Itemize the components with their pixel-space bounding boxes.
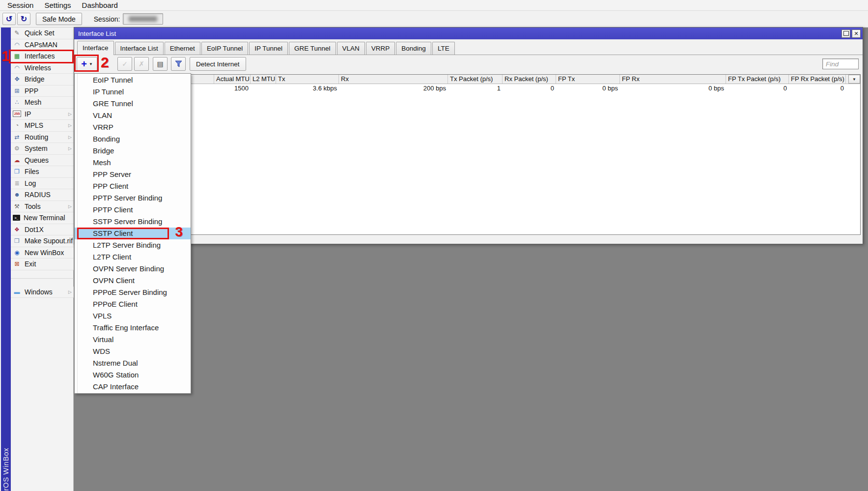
column-header-l2-mtu[interactable]: L2 MTU (251, 75, 276, 84)
sidebar-item-exit[interactable]: ⊠Exit (11, 259, 74, 270)
sidebar-item-windows[interactable]: ▬Windows▷ (11, 287, 74, 298)
menu-item-vrrp[interactable]: VRRP (75, 121, 191, 133)
sidebar-item-capsman[interactable]: ◠CAPsMAN (11, 39, 74, 51)
menu-item-wds[interactable]: WDS (75, 346, 191, 357)
tab-interface-list[interactable]: Interface List (115, 42, 164, 55)
undo-icon: ↺ (6, 14, 12, 24)
filter-button[interactable] (171, 57, 186, 71)
find-input[interactable] (822, 58, 859, 69)
menu-item-pptp-server-binding[interactable]: PPTP Server Binding (75, 192, 191, 204)
tab-interface[interactable]: Interface (77, 41, 114, 55)
tab-eoip-tunnel[interactable]: EoIP Tunnel (201, 42, 248, 55)
annotation-step-3: 3 (175, 226, 183, 238)
sidebar-item-tools[interactable]: ⚒Tools▷ (11, 201, 74, 213)
menu-item-bonding[interactable]: Bonding (75, 133, 191, 145)
menu-item-pppoe-client[interactable]: PPPoE Client (75, 298, 191, 310)
menu-item-w60g-station[interactable]: W60G Station (75, 369, 191, 381)
tab-vlan[interactable]: VLAN (337, 42, 365, 55)
window-titlebar[interactable]: Interface List ✕ (74, 28, 863, 39)
menu-item-vlan[interactable]: VLAN (75, 110, 191, 121)
column-select-button[interactable]: ▼ (848, 75, 860, 84)
menu-item-l2tp-server-binding[interactable]: L2TP Server Binding (75, 239, 191, 251)
sidebar-item-mesh[interactable]: ∴Mesh (11, 97, 74, 109)
menu-item-traffic-eng-interface[interactable]: Traffic Eng Interface (75, 322, 191, 334)
menu-item-eoip-tunnel[interactable]: EoIP Tunnel (75, 74, 191, 86)
session-value-redacted (129, 16, 157, 22)
menu-item-ppp-client[interactable]: PPP Client (75, 180, 191, 192)
menu-item-ovpn-client[interactable]: OVPN Client (75, 275, 191, 287)
safe-mode-button[interactable]: Safe Mode (36, 13, 82, 25)
sidebar-item-queues[interactable]: ☁Queues (11, 155, 74, 167)
sidebar-item-radius[interactable]: ☻RADIUS (11, 189, 74, 201)
menu-session[interactable]: Session (2, 1, 39, 9)
tab-bar: Interface Interface List Ethernet EoIP T… (74, 39, 863, 55)
menu-item-sstp-client[interactable]: SSTP Client 3 (75, 228, 191, 239)
sidebar-item-ip[interactable]: 255IP▷ (11, 109, 74, 120)
sidebar-item-quick-set[interactable]: ✎Quick Set (11, 28, 74, 39)
column-header-fp-tx[interactable]: FP Tx (556, 75, 620, 84)
tab-gre-tunnel[interactable]: GRE Tunnel (289, 42, 336, 55)
menu-item-ppp-server[interactable]: PPP Server (75, 169, 191, 180)
menu-item-ip-tunnel[interactable]: IP Tunnel (75, 86, 191, 98)
column-header-fp-tx-packet[interactable]: FP Tx Packet (p/s) (726, 75, 789, 84)
tab-ethernet[interactable]: Ethernet (165, 42, 200, 55)
sidebar-item-routing[interactable]: ⇄Routing▷ (11, 132, 74, 144)
enable-button[interactable]: ✓ (117, 57, 132, 71)
redo-icon: ↻ (21, 14, 27, 24)
sidebar-item-dot1x[interactable]: ❖Dot1X (11, 224, 74, 236)
sidebar-item-bridge[interactable]: ✥Bridge (11, 74, 74, 86)
sidebar-item-label: Bridge (25, 75, 44, 83)
table-row[interactable]: 1500 3.6 kbps 200 bps 1 0 0 bps 0 bps 0 … (77, 84, 860, 92)
column-header-rx[interactable]: Rx (339, 75, 448, 84)
menu-dashboard[interactable]: Dashboard (77, 1, 123, 9)
sidebar-item-new-winbox[interactable]: ◉New WinBox (11, 247, 74, 259)
submenu-caret-icon: ▷ (68, 146, 72, 151)
session-value-field[interactable] (123, 13, 163, 25)
menu-item-cap-interface[interactable]: CAP Interface (75, 381, 191, 393)
menu-item-ovpn-server-binding[interactable]: OVPN Server Binding (75, 263, 191, 275)
close-button[interactable]: ✕ (852, 29, 861, 38)
column-header-fp-rx[interactable]: FP Rx (620, 75, 726, 84)
tab-bonding[interactable]: Bonding (396, 42, 431, 55)
menu-item-mesh[interactable]: Mesh (75, 157, 191, 169)
tab-ip-tunnel[interactable]: IP Tunnel (249, 42, 288, 55)
detect-internet-button[interactable]: Detect Internet (190, 57, 246, 71)
menu-item-l2tp-client[interactable]: L2TP Client (75, 251, 191, 263)
sidebar-item-log[interactable]: ≣Log (11, 178, 74, 190)
sidebar-item-mpls[interactable]: ◔MPLS▷ (11, 120, 74, 132)
cell-fp-tx-packet: 0 (726, 84, 789, 92)
sidebar-item-label: Mesh (25, 98, 41, 106)
menu-item-virtual[interactable]: Virtual (75, 334, 191, 346)
column-header-tx-packet[interactable]: Tx Packet (p/s) (448, 75, 503, 84)
tab-vrrp[interactable]: VRRP (366, 42, 395, 55)
submenu-caret-icon: ▷ (68, 123, 72, 128)
annotation-box-2 (74, 55, 99, 72)
maximize-button[interactable] (841, 29, 850, 38)
disable-button[interactable]: ✗ (134, 57, 149, 71)
menu-item-vpls[interactable]: VPLS (75, 310, 191, 322)
session-label: Session: (94, 15, 120, 23)
sidebar-item-files[interactable]: ❐Files (11, 166, 74, 178)
column-header-tx[interactable]: Tx (276, 75, 339, 84)
sidebar-item-wireless[interactable]: ◠Wireless (11, 62, 74, 74)
sidebar-item-new-terminal[interactable]: >_New Terminal (11, 212, 74, 224)
sidebar-item-system[interactable]: ⚙System▷ (11, 143, 74, 155)
undo-button[interactable]: ↺ (2, 13, 16, 25)
menu-item-bridge[interactable]: Bridge (75, 145, 191, 157)
sidebar-item-make-supout[interactable]: ❒Make Supout.rif (11, 235, 74, 247)
menu-item-pptp-client[interactable]: PPTP Client (75, 204, 191, 216)
menu-settings[interactable]: Settings (39, 1, 76, 9)
column-header-fp-rx-packet[interactable]: FP Rx Packet (p/s) (789, 75, 846, 84)
redo-button[interactable]: ↻ (17, 13, 30, 25)
menu-item-nstreme-dual[interactable]: Nstreme Dual (75, 357, 191, 369)
sidebar-nav: ✎Quick Set ◠CAPsMAN ▦Interfaces ◠Wireles… (11, 28, 74, 298)
menu-item-pppoe-server-binding[interactable]: PPPoE Server Binding (75, 287, 191, 298)
menu-item-gre-tunnel[interactable]: GRE Tunnel (75, 98, 191, 110)
add-interface-menu: EoIP Tunnel IP Tunnel GRE Tunnel VLAN VR… (74, 73, 191, 394)
sidebar-item-ppp[interactable]: ⊞PPP (11, 86, 74, 97)
column-header-rx-packet[interactable]: Rx Packet (p/s) (503, 75, 556, 84)
menu-item-sstp-server-binding[interactable]: SSTP Server Binding (75, 216, 191, 228)
tab-lte[interactable]: LTE (432, 42, 455, 55)
comment-button[interactable]: ▤ (153, 57, 168, 71)
column-header-actual-mtu[interactable]: Actual MTU (214, 75, 251, 84)
